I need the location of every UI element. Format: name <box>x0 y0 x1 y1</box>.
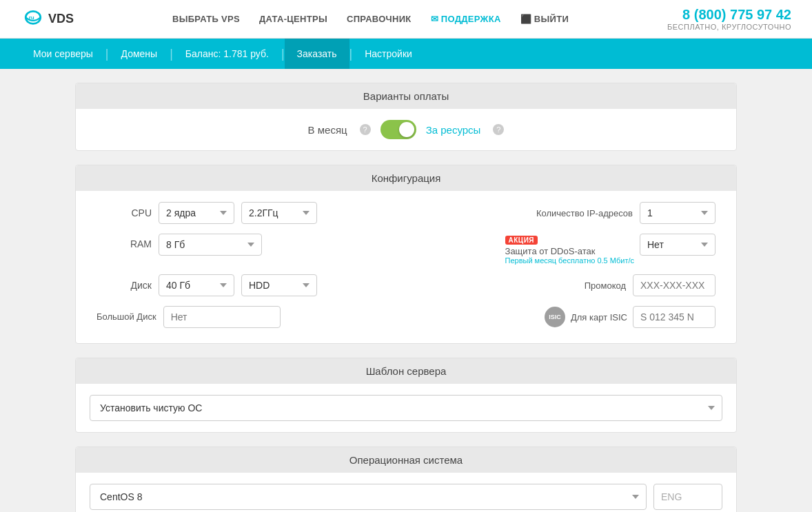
payment-month-label: В месяц <box>308 124 347 136</box>
cpu-label: CPU <box>97 207 152 218</box>
ip-select[interactable]: 1 2 3 4 <box>640 202 715 224</box>
template-select[interactable]: Установить чистую ОС Из образа Из снапшо… <box>90 395 722 421</box>
nav-datacenters[interactable]: ДАТА-ЦЕНТРЫ <box>259 14 327 24</box>
template-section: Шаблон сервера Установить чистую ОС Из о… <box>75 358 737 433</box>
navbar: Мои серверы | Домены | Баланс: 1.781 руб… <box>0 39 812 69</box>
os-lang-input[interactable] <box>653 484 722 510</box>
nav-vps[interactable]: ВЫБРАТЬ VPS <box>172 14 240 24</box>
header: ru VDS ВЫБРАТЬ VPS ДАТА-ЦЕНТРЫ СПРАВОЧНИ… <box>0 0 812 39</box>
promo-label: Промокод <box>516 280 626 291</box>
os-section: Операционная система CentOS 8 Ubuntu 20.… <box>75 447 737 512</box>
disk-size-select[interactable]: 40 Гб 20 Гб 80 Гб 160 Гб <box>159 274 234 296</box>
logo-text: VDS <box>48 12 74 26</box>
ddos-block: АКЦИЯ Защита от DDoS-атак Первый месяц б… <box>505 234 715 265</box>
promo-input[interactable] <box>633 274 715 296</box>
os-select[interactable]: CentOS 8 Ubuntu 20.04 Debian 10 <box>90 484 647 510</box>
ram-select[interactable]: 8 Гб 1 Гб 2 Гб 4 Гб 16 Гб <box>159 234 262 256</box>
toggle-thumb <box>399 122 414 137</box>
svg-text:ru: ru <box>29 14 34 21</box>
payment-section-header: Варианты оплаты <box>76 83 736 109</box>
ram-label: RAM <box>97 234 152 249</box>
disk-row: Диск 40 Гб 20 Гб 80 Гб 160 Гб HDD SSD Пр… <box>97 274 715 296</box>
bigdisk-row: Большой Диск ISIC Для карт ISIC <box>97 306 715 328</box>
bigdisk-input[interactable] <box>163 306 281 328</box>
payment-resource-label[interactable]: За ресурсы <box>426 124 481 136</box>
ddos-title: Защита от DDoS-атак <box>505 246 634 256</box>
phone-sub: БЕСПЛАТНО, КРУГЛОСУТОЧНО <box>667 23 791 31</box>
ddos-info: АКЦИЯ Защита от DDoS-атак Первый месяц б… <box>505 234 634 265</box>
navbar-item-domains[interactable]: Домены <box>109 39 170 69</box>
template-body: Установить чистую ОС Из образа Из снапшо… <box>76 384 736 432</box>
logo[interactable]: ru VDS <box>21 10 74 29</box>
navbar-item-balance[interactable]: Баланс: 1.781 руб. <box>173 39 281 69</box>
page-content: Варианты оплаты В месяц ? За ресурсы ? К… <box>75 69 737 512</box>
payment-row: В месяц ? За ресурсы ? <box>76 109 736 150</box>
nav-exit[interactable]: ⬛ ВЫЙТИ <box>520 14 569 24</box>
cpu-freq-select[interactable]: 2.2ГГц 1.0ГГц 3.0ГГц <box>241 202 317 224</box>
nav-reference[interactable]: СПРАВОЧНИК <box>347 14 412 24</box>
navbar-item-order[interactable]: Заказать <box>285 39 349 69</box>
ip-label: Количество IP-адресов <box>522 208 633 218</box>
payment-month-help[interactable]: ? <box>360 124 371 135</box>
os-row: CentOS 8 Ubuntu 20.04 Debian 10 <box>90 484 722 510</box>
template-section-header: Шаблон сервера <box>76 358 736 384</box>
payment-section: Варианты оплаты В месяц ? За ресурсы ? <box>75 83 737 151</box>
config-section-header: Конфигурация <box>76 165 736 191</box>
config-section: Конфигурация CPU 2 ядра 1 ядро 3 ядра 4 … <box>75 165 737 344</box>
disk-type-select[interactable]: HDD SSD <box>241 274 317 296</box>
isic-input[interactable] <box>633 306 715 328</box>
ddos-sub: Первый месяц бесплатно 0.5 Мбит/с <box>505 256 634 265</box>
bigdisk-label: Большой Диск <box>97 311 156 323</box>
config-body: CPU 2 ядра 1 ядро 3 ядра 4 ядра 2.2ГГц 1… <box>76 191 736 343</box>
cpu-cores-select[interactable]: 2 ядра 1 ядро 3 ядра 4 ядра <box>159 202 234 224</box>
navbar-item-settings[interactable]: Настройки <box>352 39 425 69</box>
os-body: CentOS 8 Ubuntu 20.04 Debian 10 Без пане… <box>76 473 736 512</box>
isic-logo: ISIC <box>545 307 565 327</box>
isic-label: Для карт ISIC <box>571 312 627 322</box>
os-section-header: Операционная система <box>76 447 736 473</box>
payment-resource-help[interactable]: ? <box>493 124 504 135</box>
logo-icon: ru <box>21 10 45 29</box>
disk-label: Диск <box>97 280 152 291</box>
phone-number: 8 (800) 775 97 42 <box>667 7 791 23</box>
bigdisk-label-text: Большой Диск <box>97 311 156 323</box>
ram-row: RAM 8 Гб 1 Гб 2 Гб 4 Гб 16 Гб АКЦИЯ Защи… <box>97 234 715 265</box>
cpu-row: CPU 2 ядра 1 ядро 3 ядра 4 ядра 2.2ГГц 1… <box>97 202 715 224</box>
isic-block: ISIC Для карт ISIC <box>545 306 715 328</box>
nav-support[interactable]: ✉ ПОДДЕРЖКА <box>431 14 501 24</box>
payment-toggle[interactable] <box>380 120 416 139</box>
toggle-track <box>380 120 416 139</box>
header-nav: ВЫБРАТЬ VPS ДАТА-ЦЕНТРЫ СПРАВОЧНИК ✉ ПОД… <box>172 14 569 24</box>
ddos-badge: АКЦИЯ <box>505 236 538 245</box>
navbar-item-servers[interactable]: Мои серверы <box>21 39 105 69</box>
ddos-select[interactable]: Нет 0.5 Мбит/с 1 Мбит/с <box>640 234 715 256</box>
header-phone: 8 (800) 775 97 42 БЕСПЛАТНО, КРУГЛОСУТОЧ… <box>667 7 791 31</box>
